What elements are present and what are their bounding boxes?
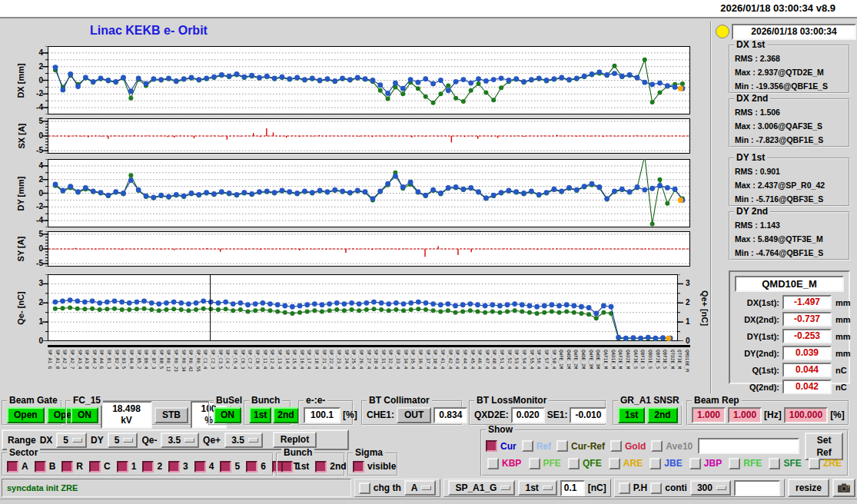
conti-label: conti [665, 482, 687, 493]
show-qfe-checkbox[interactable] [568, 458, 580, 469]
bunch2-group: Bunch 1st2nd [276, 453, 345, 476]
sector-b-checkbox[interactable] [35, 461, 46, 472]
che1-out-button[interactable]: OUT [397, 407, 431, 423]
sector-6-checkbox[interactable] [246, 461, 257, 472]
range-dy-select[interactable]: 5 [108, 433, 138, 448]
show-cur-item: Cur [486, 440, 517, 452]
range-qem-select[interactable]: 3.5 [161, 433, 199, 448]
show-pfe-checkbox[interactable] [529, 458, 540, 469]
count-input[interactable] [734, 480, 780, 496]
xaxis-label: SP_56_4 [536, 350, 541, 393]
xaxis-label: SP_C4_2 [225, 350, 230, 393]
sp-select[interactable]: SP_A1_G [448, 480, 515, 496]
show-ave10-checkbox[interactable] [651, 440, 663, 452]
sector-a-checkbox[interactable] [7, 461, 18, 472]
monitor-row: Q(2nd):0.042nC [733, 380, 845, 394]
bunch-select[interactable]: 1st [518, 480, 556, 496]
range-qep-label: Qe+ [203, 435, 221, 446]
stat-group-title: DX 2nd [734, 94, 770, 104]
bt-collimator-group: BT Collimator CHE1: OUT 0.834 [361, 400, 463, 426]
beam-gate-open-1-button[interactable]: Open [7, 407, 45, 423]
threshold-input[interactable] [560, 480, 585, 496]
show-kbp-checkbox[interactable] [487, 458, 499, 469]
resize-button[interactable]: resize [788, 479, 829, 497]
range-dy-label: DY [91, 435, 104, 446]
show-zre-item: ZRE [809, 458, 842, 469]
xaxis-label: QWFE_3M [589, 350, 593, 393]
xaxis-label: SP_57_4 [544, 350, 549, 393]
xaxis-label: QBF3E_S [663, 350, 667, 393]
dropdown-handle-icon [421, 486, 431, 490]
chg-th-select[interactable]: A [404, 480, 437, 496]
show-cur-checkbox[interactable] [486, 440, 497, 452]
xaxis-label: SP_23_4 [337, 350, 341, 393]
show-cur-ref-item: Cur-Ref [556, 440, 605, 452]
count-select[interactable]: 300 [690, 480, 731, 496]
monitor-row-value: -0.253 [782, 329, 832, 343]
count-select-value: 300 [697, 482, 713, 493]
show-pfe-label: PFE [543, 458, 561, 469]
bunch-2nd-button[interactable]: 2nd [273, 407, 298, 423]
xaxis-label: SP_R0_23 [174, 350, 178, 393]
screenshot-button[interactable] [832, 479, 855, 497]
show-jbe-checkbox[interactable] [649, 458, 661, 469]
sector-1-checkbox[interactable] [117, 461, 128, 472]
bunch-1st-checkbox[interactable] [281, 461, 293, 472]
ph-checkbox[interactable] [619, 482, 630, 494]
bt-lossmonitor-group: BT LossMonitor QXD2E: 0.020 SE1: -0.010 [469, 400, 606, 426]
bunch-1st-button[interactable]: 1st [249, 407, 271, 423]
plot-dy [42, 159, 690, 227]
sector-3-checkbox[interactable] [168, 461, 180, 472]
sector-4-item: 4 [194, 461, 214, 472]
xaxis-label: QBF2E_S [656, 350, 660, 393]
bunch-1st-item: 1st [281, 461, 309, 472]
show-ref-input[interactable] [698, 438, 799, 454]
xaxis-label: SP_55_4 [530, 350, 534, 393]
show-are-item: ARE [609, 458, 643, 469]
sigma-visible-checkbox[interactable] [353, 461, 364, 472]
xaxis-label: SP_27_4 [367, 350, 371, 393]
stat-line: RMS : 1.143 [735, 218, 845, 232]
range-label: Range [8, 435, 36, 446]
show-cur-ref-checkbox[interactable] [556, 440, 568, 452]
sector-r-checkbox[interactable] [61, 461, 73, 472]
monitor-row-label: Q(1st): [733, 366, 779, 375]
show-jbp-checkbox[interactable] [689, 458, 701, 469]
show-rfe-checkbox[interactable] [729, 458, 740, 469]
gr-snsr-2nd-button[interactable]: 2nd [647, 407, 677, 423]
sector-a-label: A [22, 461, 28, 472]
show-gold-checkbox[interactable] [610, 440, 622, 452]
xaxis-label: QWDE_2M [581, 350, 586, 393]
show-are-checkbox[interactable] [609, 458, 620, 469]
range-dx-select[interactable]: 5 [56, 433, 87, 448]
stat-line: Max : 2.937@QTD2E_M [735, 65, 845, 79]
monitor-row: DX(1st):-1.497mm [733, 295, 845, 310]
chg-th-checkbox[interactable] [359, 482, 370, 494]
sector-4-checkbox[interactable] [194, 461, 206, 472]
set-ref-button[interactable]: Set Ref [805, 433, 843, 460]
fc15-stb-button[interactable]: STB [154, 407, 188, 423]
sector-5-checkbox[interactable] [220, 461, 231, 472]
sector-c-checkbox[interactable] [89, 461, 101, 472]
xaxis-label: SP_R0_12 [166, 350, 171, 393]
conti-checkbox[interactable] [650, 482, 662, 494]
gr-snsr-1st-button[interactable]: 1st [618, 407, 645, 423]
show-sfe-checkbox[interactable] [769, 458, 780, 469]
busel-on-button[interactable]: ON [214, 407, 241, 423]
show-rfe-label: RFE [743, 458, 762, 469]
bunch-2nd-checkbox[interactable] [315, 461, 327, 472]
sector-2-checkbox[interactable] [142, 461, 154, 472]
sector-4-label: 4 [209, 461, 214, 472]
sector-c-item: C [89, 461, 111, 472]
show-ref-item: Ref [522, 440, 551, 452]
range-qep-select[interactable]: 3.5 [224, 433, 263, 448]
monitor-name: QMD10E_M [735, 276, 844, 292]
xaxis-label: SP_34_4 [404, 350, 408, 393]
xaxis-label: SP_B5_2 [137, 350, 141, 393]
stat-group-title: DY 2nd [734, 207, 770, 217]
show-zre-checkbox[interactable] [809, 458, 820, 469]
show-jbp-item: JBP [689, 458, 722, 469]
fc15-on-button[interactable]: ON [71, 407, 98, 423]
replot-button[interactable]: Replot [273, 432, 317, 448]
show-ref-checkbox[interactable] [522, 440, 533, 452]
